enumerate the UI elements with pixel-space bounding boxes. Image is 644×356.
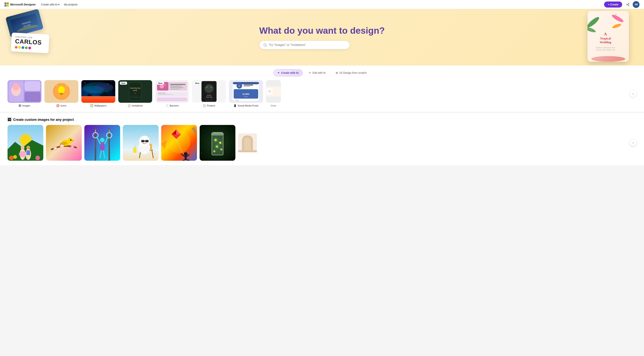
svg-rect-2	[4, 5, 6, 6]
create-button[interactable]: + Create	[604, 1, 622, 7]
hero-title: What do you want to design?	[259, 25, 385, 36]
svg-rect-70	[170, 87, 184, 88]
category-greetings-thumb: AMAZ CARL	[266, 80, 281, 103]
images-next-arrow[interactable]: ›	[630, 139, 636, 146]
nav-create-ai[interactable]: Create with AI ▾	[40, 2, 61, 7]
svg-rect-39	[60, 93, 63, 94]
svg-rect-40	[60, 94, 63, 95]
category-greetings[interactable]: AMAZ CARL Gree	[266, 80, 281, 107]
svg-rect-113	[26, 150, 30, 155]
image-5-svg	[161, 125, 197, 161]
svg-text:Opening day: Opening day	[130, 87, 140, 89]
custom-image-2[interactable]	[46, 125, 82, 161]
greetings-thumb-svg: AMAZ CARL	[266, 80, 281, 103]
svg-point-18	[588, 16, 600, 29]
svg-text:Wedding: Wedding	[600, 41, 611, 44]
social-icon: 📱	[234, 104, 236, 107]
image-6-svg	[200, 125, 236, 161]
nav-my-projects[interactable]: My projects	[62, 2, 79, 7]
svg-rect-74	[158, 94, 173, 95]
create-button-label: + Create	[608, 3, 618, 6]
navbar: Microsoft Designer Create with AI ▾ My p…	[0, 0, 644, 9]
category-banners-label: 📄 Banners	[166, 104, 179, 107]
svg-point-20	[612, 23, 622, 29]
custom-image-1[interactable]	[8, 125, 43, 161]
custom-image-3[interactable]	[84, 125, 120, 161]
svg-text:Opening: Opening	[206, 96, 212, 98]
svg-point-157	[148, 146, 150, 147]
svg-point-120	[72, 146, 73, 148]
section-title: Create custom images for any project	[13, 118, 74, 122]
section-header-icon: 🖼	[8, 118, 11, 122]
svg-point-188	[230, 128, 231, 129]
category-wallpapers[interactable]: 🌅 Wallpapers	[81, 80, 115, 107]
svg-point-5	[626, 4, 628, 5]
svg-text:Tropical: Tropical	[600, 37, 611, 40]
svg-point-50	[90, 82, 91, 82]
category-icons-thumb	[44, 80, 78, 103]
tab-edit-ai[interactable]: ✎ Edit with AI	[305, 69, 330, 76]
category-wallpapers-thumb	[81, 80, 115, 103]
tab-design-scratch[interactable]: ⊞ 02 Design from scratch	[332, 69, 370, 76]
share-icon[interactable]	[624, 1, 631, 8]
svg-text:29: 29	[134, 93, 136, 94]
category-social[interactable]: E ELVIRA CANO ♥ 12 📱 Social Media Posts	[229, 80, 263, 107]
svg-point-13	[264, 43, 266, 46]
custom-image-6[interactable]	[200, 125, 236, 161]
svg-point-6	[628, 5, 629, 6]
wallpapers-thumb-svg	[81, 80, 115, 103]
svg-rect-69	[170, 86, 182, 86]
svg-point-109	[21, 146, 24, 149]
category-images-thumb: 🍦	[8, 80, 42, 103]
category-invitations[interactable]: New Opening day party 29 Location detail…	[118, 80, 152, 107]
image-7-svg	[238, 125, 257, 161]
svg-text:1274 Rose Street, Baltimore, M: 1274 Rose Street, Baltimore, MA	[596, 49, 615, 51]
category-invitations-thumb: New Opening day party 29 Location detail…	[118, 80, 152, 103]
svg-text:CANO: CANO	[244, 96, 248, 97]
hero-search-bar[interactable]	[259, 41, 350, 49]
image-4-svg	[123, 125, 158, 161]
svg-point-106	[13, 155, 17, 159]
logo-icon	[4, 2, 9, 6]
images-thumb-svg: 🍦	[8, 80, 42, 103]
custom-images-section: 🖼 Create custom images for any project	[0, 113, 644, 165]
app-name: Microsoft Designer	[10, 3, 36, 6]
category-posters[interactable]: New Grand Opening OPENING SOON	[192, 80, 226, 107]
category-banners[interactable]: New	[155, 80, 189, 107]
icons-icon: ⭕	[56, 104, 59, 107]
svg-text:05: 05	[615, 14, 617, 15]
custom-image-4[interactable]	[123, 125, 158, 161]
svg-rect-91	[244, 85, 253, 85]
category-images[interactable]: 🍦 🖼 Images	[8, 80, 42, 107]
image-3-svg	[84, 125, 120, 161]
svg-rect-88	[233, 82, 259, 84]
svg-text:will please us with your prese: will please us with your presence	[596, 47, 615, 48]
category-invitations-label: 📋 Invitations	[128, 104, 143, 107]
category-icons[interactable]: ⭕ Icons	[44, 80, 78, 107]
search-input[interactable]	[269, 43, 346, 47]
category-next-arrow[interactable]: ›	[630, 90, 636, 97]
custom-image-7[interactable]	[238, 125, 257, 161]
image-1-svg	[8, 125, 43, 161]
invitations-icon: 📋	[128, 104, 131, 107]
svg-rect-151	[141, 140, 144, 142]
tab-create-ai[interactable]: ✦ Create with AI	[274, 69, 302, 76]
svg-rect-31	[24, 92, 40, 102]
images-arrow-icon: ›	[632, 141, 634, 144]
app-logo[interactable]: Microsoft Designer	[4, 2, 36, 6]
new-badge-invitations: New	[120, 82, 127, 85]
svg-point-123	[68, 138, 73, 143]
svg-point-52	[111, 81, 112, 82]
category-icons-label: ⭕ Icons	[56, 104, 66, 107]
svg-rect-73	[158, 93, 166, 93]
edit-ai-icon: ✎	[309, 71, 311, 74]
social-thumb-svg: E ELVIRA CANO ♥ 12	[229, 80, 263, 103]
tropical-card-svg: 05 15 26 A Tropical Wedding will please …	[588, 11, 623, 56]
svg-point-187	[203, 130, 204, 131]
svg-rect-192	[238, 150, 257, 152]
custom-image-5[interactable]	[161, 125, 197, 161]
user-avatar[interactable]: JM	[633, 1, 640, 8]
svg-text:CARL: CARL	[268, 91, 271, 92]
svg-point-38	[58, 86, 65, 94]
tab-edit-ai-label: Edit with AI	[312, 71, 326, 74]
